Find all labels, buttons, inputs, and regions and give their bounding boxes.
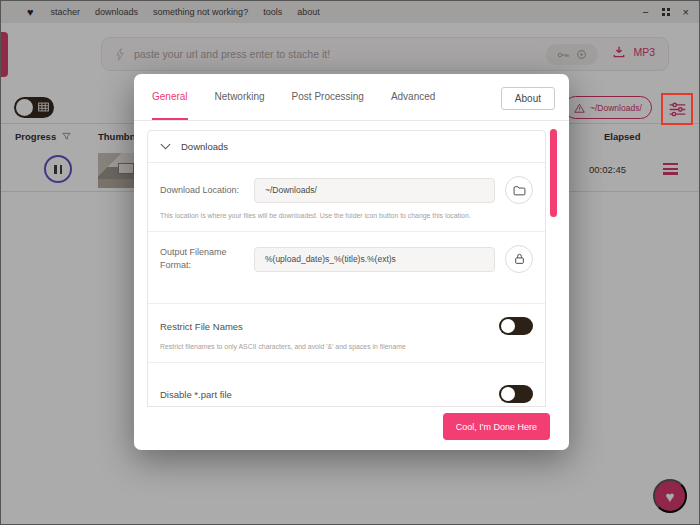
tab-advanced[interactable]: Advanced [391, 74, 435, 120]
lock-button[interactable] [505, 245, 533, 273]
tab-post-processing[interactable]: Post Processing [292, 74, 364, 120]
settings-modal: General Networking Post Processing Advan… [134, 74, 569, 450]
downloads-section: Downloads Download Location: This locati… [147, 130, 546, 407]
disable-part-label: Disable *.part file [160, 389, 499, 400]
disable-part-toggle[interactable] [499, 385, 533, 403]
annotation-highlight-box [661, 93, 693, 125]
output-format-input[interactable] [254, 247, 495, 272]
about-button[interactable]: About [501, 87, 555, 110]
restrict-filenames-label: Restrict File Names [160, 321, 499, 332]
field-disable-part-file: Disable *.part file If enabled, do not u… [148, 362, 545, 407]
field-download-location: Download Location: This location is wher… [148, 163, 545, 231]
done-button[interactable]: Cool, I'm Done Here [443, 413, 550, 440]
download-location-input[interactable] [254, 178, 495, 203]
folder-button[interactable] [505, 176, 533, 204]
section-title: Downloads [181, 141, 228, 152]
download-location-label: Download Location: [160, 184, 254, 197]
download-location-help: This location is where your files will b… [160, 212, 533, 219]
field-restrict-filenames: Restrict File Names Restrict filenames t… [148, 303, 545, 362]
restrict-filenames-toggle[interactable] [499, 317, 533, 335]
folder-icon [513, 185, 526, 196]
lock-icon [514, 253, 525, 265]
downloads-section-header[interactable]: Downloads [148, 131, 545, 163]
field-output-format: Output Filename Format: [148, 231, 545, 303]
settings-scroll-area: Downloads Download Location: This locati… [147, 122, 546, 407]
chevron-down-icon [160, 143, 171, 150]
modal-scrollbar[interactable] [550, 129, 557, 217]
tab-networking[interactable]: Networking [215, 74, 265, 120]
output-format-label: Output Filename Format: [160, 246, 254, 271]
restrict-filenames-help: Restrict filenames to only ASCII charact… [160, 343, 533, 350]
tab-general[interactable]: General [152, 74, 188, 120]
stacher-app-window: ♥ stacher downloads something not workin… [0, 0, 700, 525]
